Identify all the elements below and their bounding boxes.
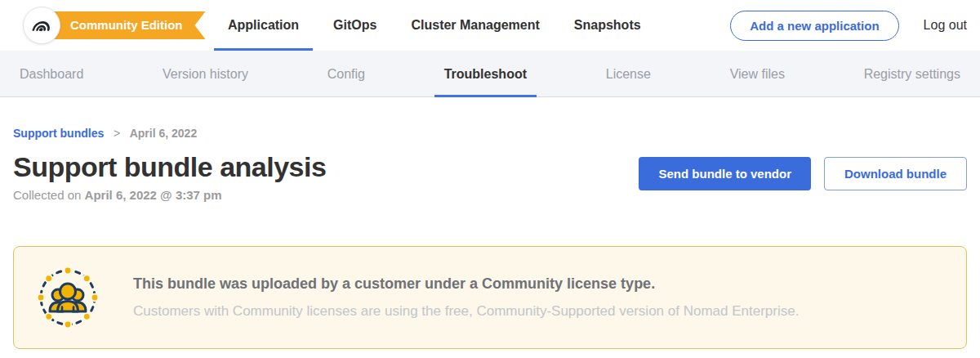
subnav-item-troubleshoot[interactable]: Troubleshoot (434, 51, 537, 97)
community-edition-ribbon: Community Edition (41, 11, 206, 39)
top-bar-right: Add a new application Log out (730, 0, 980, 51)
page-header-left: Support bundle analysis Collected on Apr… (13, 152, 326, 202)
subnav-item-config[interactable]: Config (318, 51, 375, 97)
top-nav-item-cluster-management[interactable]: Cluster Management (397, 0, 553, 51)
subnav-item-dashboard[interactable]: Dashboard (10, 51, 93, 97)
banner-title: This bundle was uploaded by a customer u… (133, 275, 799, 293)
add-new-application-button[interactable]: Add a new application (730, 11, 898, 41)
brand: Community Edition (0, 0, 214, 51)
page-header: Support bundle analysis Collected on Apr… (13, 152, 967, 202)
subnav-item-version-history[interactable]: Version history (153, 51, 258, 97)
breadcrumb-separator: > (114, 127, 120, 140)
subnav-item-view-files[interactable]: View files (720, 51, 795, 97)
breadcrumb-current: April 6, 2022 (130, 127, 198, 140)
breadcrumb: Support bundles > April 6, 2022 (13, 127, 967, 140)
top-nav-item-snapshots[interactable]: Snapshots (560, 0, 655, 51)
app-logo[interactable] (23, 7, 60, 44)
page-header-actions: Send bundle to vendor Download bundle (639, 152, 967, 190)
replicated-logo-icon (31, 13, 52, 38)
app-subnav: Dashboard Version history Config Trouble… (0, 51, 980, 97)
subnav-item-license[interactable]: License (596, 51, 661, 97)
collected-prefix: Collected on (13, 188, 85, 202)
collected-timestamp: Collected on April 6, 2022 @ 3:37 pm (13, 188, 326, 202)
banner-subtitle: Customers with Community licenses are us… (133, 303, 799, 320)
community-people-icon (35, 265, 100, 330)
log-out-link[interactable]: Log out (924, 18, 967, 33)
collected-datetime: April 6, 2022 @ 3:37 pm (85, 188, 222, 202)
top-bar: Community Edition Application GitOps Clu… (0, 0, 980, 51)
top-nav-item-gitops[interactable]: GitOps (319, 0, 390, 51)
breadcrumb-support-bundles-link[interactable]: Support bundles (13, 127, 104, 140)
top-nav-item-application[interactable]: Application (214, 0, 313, 51)
download-bundle-button[interactable]: Download bundle (824, 157, 967, 190)
send-bundle-to-vendor-button[interactable]: Send bundle to vendor (639, 157, 811, 190)
primary-nav: Application GitOps Cluster Management Sn… (214, 0, 655, 51)
page-title: Support bundle analysis (13, 152, 326, 182)
main-content: Support bundles > April 6, 2022 Support … (0, 127, 980, 349)
community-license-banner: This bundle was uploaded by a customer u… (13, 246, 967, 349)
subnav-item-registry-settings[interactable]: Registry settings (854, 51, 970, 97)
banner-text: This bundle was uploaded by a customer u… (133, 275, 799, 320)
